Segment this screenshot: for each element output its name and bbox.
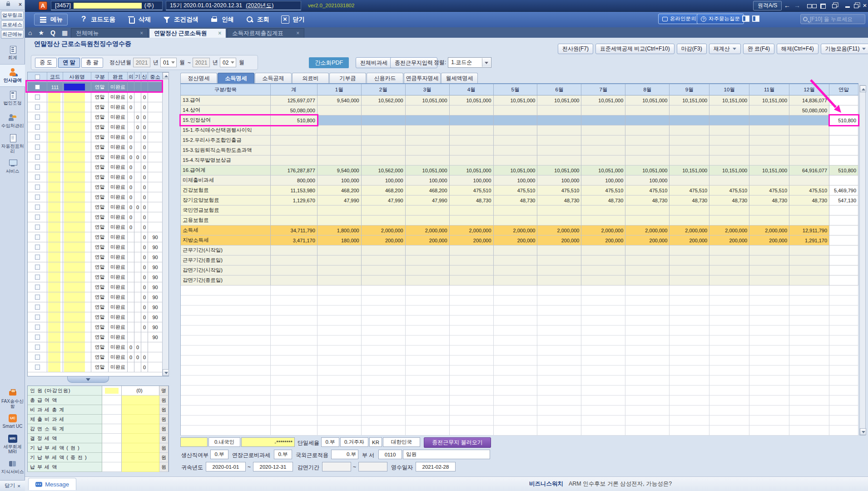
employee-row[interactable]: 연말미완료000: [28, 202, 169, 212]
detail-tab-기부금[interactable]: 기부금: [329, 73, 366, 83]
doc-tab-inactive[interactable]: 전체메뉴×: [71, 28, 148, 38]
detail-empty-cell[interactable]: [581, 296, 625, 306]
detail-cell[interactable]: [362, 246, 406, 256]
detail-empty-cell[interactable]: [709, 376, 749, 386]
detail-empty-cell[interactable]: [789, 366, 829, 376]
detail-cell[interactable]: [450, 105, 494, 115]
detail-empty-cell[interactable]: [789, 306, 829, 316]
detail-cell[interactable]: 50,080,000: [789, 105, 829, 115]
sidebar-item-서비스[interactable]: 서비스: [0, 155, 25, 178]
employee-row[interactable]: 연말미완료00: [28, 172, 169, 182]
detail-empty-cell[interactable]: [670, 406, 709, 416]
detail-empty-cell[interactable]: [625, 296, 670, 306]
detail-empty-row[interactable]: [181, 386, 858, 396]
detail-empty-cell[interactable]: [181, 406, 271, 416]
detail-cell[interactable]: [271, 135, 317, 145]
detail-cell[interactable]: [271, 215, 317, 225]
grid-view-icon[interactable]: [818, 2, 828, 10]
detail-empty-cell[interactable]: [625, 426, 670, 436]
eui-cell[interactable]: 0: [128, 152, 134, 162]
eui-cell[interactable]: 0: [128, 92, 134, 102]
gi-cell[interactable]: [134, 272, 141, 282]
detail-cell[interactable]: [829, 155, 858, 165]
detail-cell[interactable]: [537, 105, 581, 115]
employee-row[interactable]: 연말미완료090: [28, 242, 169, 252]
detail-cell[interactable]: [494, 135, 538, 145]
detail-empty-cell[interactable]: [494, 336, 538, 346]
status-cell[interactable]: 미완료: [109, 362, 128, 372]
reduction-start-field[interactable]: [322, 462, 351, 471]
row-checkbox[interactable]: [35, 105, 40, 110]
detail-empty-cell[interactable]: [829, 386, 858, 396]
detail-empty-cell[interactable]: [494, 296, 538, 306]
detail-cell[interactable]: [450, 266, 494, 276]
status-cell[interactable]: 미완료: [109, 202, 128, 212]
detail-empty-cell[interactable]: [181, 416, 271, 426]
detail-cell[interactable]: 468,200: [362, 185, 406, 195]
detail-empty-cell[interactable]: [537, 416, 581, 426]
layout-toggle-icon-1[interactable]: [742, 15, 749, 22]
employee-row[interactable]: 연말미완료00: [28, 112, 169, 122]
detail-cell[interactable]: [317, 215, 362, 225]
jungso-cell[interactable]: 90: [148, 302, 163, 312]
detail-empty-cell[interactable]: [789, 286, 829, 296]
detail-row[interactable]: 16.급여계176,287,8779,540,00010,562,00010,0…: [181, 165, 858, 175]
name-cell-redacted[interactable]: [63, 122, 91, 132]
code-cell-redacted[interactable]: [47, 212, 63, 222]
detail-cell[interactable]: 34,711,790: [271, 225, 317, 235]
message-tab[interactable]: Message: [28, 478, 76, 490]
detail-cell[interactable]: [709, 256, 749, 266]
row-checkbox[interactable]: [35, 175, 40, 180]
name-cell-redacted[interactable]: [63, 302, 91, 312]
action-button-마감(F3)[interactable]: 마감(F3): [677, 44, 707, 54]
row-checkbox-cell[interactable]: [28, 352, 47, 362]
detail-empty-cell[interactable]: [181, 386, 271, 396]
detail-cell[interactable]: [271, 125, 317, 135]
employee-row[interactable]: 연말미완료00: [28, 212, 169, 222]
detail-empty-cell[interactable]: [829, 336, 858, 346]
detail-cell[interactable]: [406, 256, 450, 266]
code-cell-redacted[interactable]: [47, 192, 63, 202]
detail-cell[interactable]: 475,510: [581, 185, 625, 195]
detail-cell[interactable]: [537, 135, 581, 145]
detail-cell[interactable]: [406, 246, 450, 256]
detail-cell[interactable]: [829, 215, 858, 225]
sidebar-button-업무링크[interactable]: 업무링크: [1, 11, 24, 20]
detail-empty-cell[interactable]: [709, 416, 749, 426]
status-cell[interactable]: 미완료: [109, 122, 128, 132]
detail-empty-cell[interactable]: [709, 426, 749, 436]
month2-select[interactable]: 02: [220, 58, 236, 67]
detail-cell[interactable]: [362, 105, 406, 115]
name-cell-redacted[interactable]: [63, 192, 91, 202]
detail-cell[interactable]: 10,051,000: [406, 95, 450, 105]
eui-cell[interactable]: [128, 232, 134, 242]
all-nontax-button[interactable]: 전체비과세: [356, 57, 392, 68]
detail-empty-cell[interactable]: [450, 426, 494, 436]
jungso-cell[interactable]: [148, 162, 163, 172]
detail-cell[interactable]: 1,800,000: [317, 225, 362, 235]
detail-row[interactable]: 15.인정상여510,800510,800: [181, 115, 858, 125]
detail-cell[interactable]: 12,911,790: [789, 225, 829, 235]
detail-cell[interactable]: 48,730: [581, 195, 625, 205]
month1-select[interactable]: 01: [160, 58, 177, 67]
detail-empty-cell[interactable]: [537, 346, 581, 356]
status-cell[interactable]: 미완료: [109, 272, 128, 282]
single-rate-field[interactable]: 0.부: [321, 437, 339, 447]
row-checkbox-cell[interactable]: [28, 152, 47, 162]
news-ticker[interactable]: 비즈니스워치 ARM 인수후보 거론 삼성전자, 가능성은?: [529, 480, 672, 488]
row-checkbox-cell[interactable]: [28, 212, 47, 222]
detail-empty-cell[interactable]: [362, 346, 406, 356]
detail-empty-cell[interactable]: [537, 296, 581, 306]
jungso-cell[interactable]: [148, 352, 163, 362]
detail-cell[interactable]: 176,287,877: [271, 165, 317, 175]
row-checkbox-cell[interactable]: [28, 312, 47, 322]
gi-cell[interactable]: [134, 262, 141, 272]
row-checkbox[interactable]: [35, 295, 40, 300]
name-cell-redacted[interactable]: [63, 182, 91, 192]
detail-cell[interactable]: [537, 115, 581, 125]
detail-cell[interactable]: [494, 266, 538, 276]
detail-empty-cell[interactable]: [709, 346, 749, 356]
toolbar-print-button[interactable]: 인쇄: [210, 15, 234, 24]
country-field[interactable]: 대한민국: [383, 437, 420, 447]
row-checkbox[interactable]: [35, 235, 40, 240]
